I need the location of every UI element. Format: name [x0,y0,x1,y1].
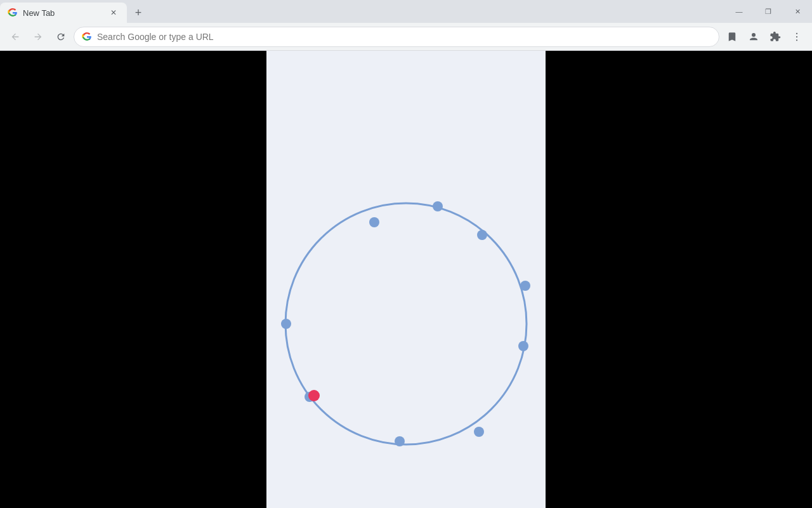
page-content [0,51,812,508]
tab-favicon [8,8,18,18]
minimize-button[interactable]: — [724,0,754,23]
extensions-button[interactable] [765,27,785,47]
profile-button[interactable] [743,27,764,47]
new-tab-button[interactable]: + [129,4,147,22]
dot-5[interactable] [518,341,528,351]
menu-button[interactable] [787,27,807,47]
tab-title: New Tab [23,8,103,18]
left-panel [0,51,266,508]
url-input[interactable] [97,32,711,42]
title-bar: New Tab ✕ + — ❐ ✕ [0,0,812,23]
tab-strip: New Tab ✕ + [0,0,147,23]
reload-button[interactable] [51,27,71,47]
svg-point-2 [796,36,797,37]
right-panel [546,51,812,508]
maximize-button[interactable]: ❐ [754,0,783,23]
svg-point-3 [796,39,797,41]
toolbar [0,23,812,51]
main-circle [285,203,527,444]
canvas-svg [266,51,546,508]
tab-close-button[interactable]: ✕ [108,7,119,18]
svg-point-1 [796,32,797,34]
dot-1[interactable] [433,201,443,211]
browser-frame: New Tab ✕ + — ❐ ✕ [0,0,812,508]
bookmark-button[interactable] [722,27,742,47]
back-button[interactable] [5,27,25,47]
close-button[interactable]: ✕ [783,0,812,23]
active-tab[interactable]: New Tab ✕ [0,3,127,23]
canvas-area [266,51,546,508]
pink-dot[interactable] [308,390,320,401]
svg-point-0 [752,33,756,37]
dot-8[interactable] [395,436,405,446]
dot-2[interactable] [369,217,379,227]
toolbar-right [722,27,807,47]
address-bar[interactable] [74,27,719,47]
dot-9[interactable] [474,427,484,437]
dot-4[interactable] [520,281,530,291]
dot-3[interactable] [477,230,487,240]
center-panel [266,51,546,508]
forward-button[interactable] [28,27,48,47]
window-controls: — ❐ ✕ [724,0,812,23]
google-logo-icon [82,32,92,42]
dot-6[interactable] [281,319,291,329]
